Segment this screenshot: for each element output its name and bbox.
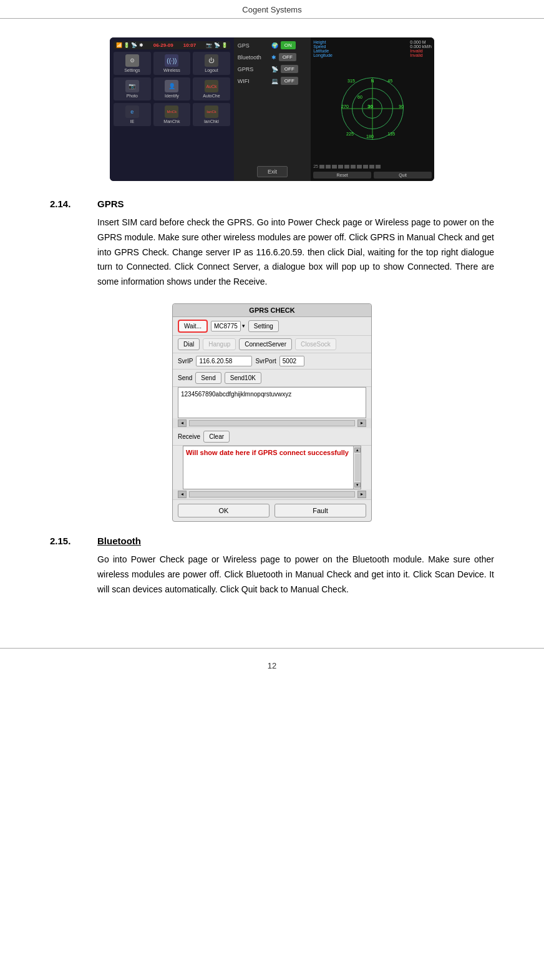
send-text-content: 1234567890abcdfghijklmnopqrstuvwxyz <box>181 391 291 398</box>
hscroll-left-btn[interactable]: ◂ <box>178 419 187 427</box>
bluetooth-off-badge: OFF <box>279 53 296 61</box>
wireless-label: Wireless <box>163 68 180 72</box>
hscroll-track <box>189 420 355 426</box>
gps-stats-left: Height Speed Latitude Longitude <box>313 40 333 57</box>
photo-icon: 📷 <box>125 80 139 92</box>
gprs-row-2: Dial Hangup ConnectServer CloseSock <box>173 336 371 353</box>
page-footer: 12 <box>0 648 544 677</box>
gprs-dialog: GPRS CHECK Wait... MC8775 ▾ Setting Dial… <box>172 303 372 522</box>
device-time: 10:07 <box>183 42 196 48</box>
radar-135-label: 135 <box>387 132 395 136</box>
longitude-value: Invalid <box>410 53 432 57</box>
device-menu-logout: ⏻ Logout <box>193 52 230 75</box>
gps-stats-right: 0.000 M 0.000 kM/h Invalid Invalid <box>410 40 432 57</box>
fault-btn[interactable]: Fault <box>274 504 366 517</box>
longitude-row: Longitude <box>313 53 333 57</box>
reset-btn[interactable]: Reset <box>313 172 371 179</box>
header-title: Cogent Systems <box>242 5 301 14</box>
height-label: Height <box>313 40 326 44</box>
autocheck-icon: AuCk <box>205 80 218 92</box>
section-215-num: 2.15. <box>50 536 87 546</box>
bluetooth-label: Bluetooth <box>238 54 269 61</box>
ie-label: IE <box>130 119 134 124</box>
gprs-receive-row: Receive Clear <box>173 428 371 446</box>
ok-btn[interactable]: OK <box>178 504 270 517</box>
device-menu-iancheck: IanCk IanChkI <box>193 103 230 126</box>
logout-icon: ⏻ <box>205 54 218 67</box>
dial-btn[interactable]: Dial <box>178 338 200 350</box>
gps-radar: N 45 315 90 270 135 225 180 30 60 <box>313 59 432 158</box>
wireless-panel: GPS 🌍 ON Bluetooth ✱ OFF GPRS 📡 OFF WIFI… <box>234 37 311 181</box>
scroll-down-arrow-icon[interactable]: ▾ <box>354 483 361 488</box>
gprs-row: GPRS 📡 OFF <box>238 65 307 73</box>
receive-hscroll-left-btn[interactable]: ◂ <box>178 491 187 498</box>
device-date: 06-29-09 <box>153 42 173 48</box>
wait-btn[interactable]: Wait... <box>178 320 208 333</box>
receive-area-container: Will show date here if GPRS connect succ… <box>178 446 366 489</box>
latitude-label: Latitude <box>313 49 329 53</box>
sat-bar-1 <box>319 165 324 169</box>
connect-server-btn[interactable]: ConnectServer <box>239 338 292 350</box>
section-215-title: Bluetooth <box>97 536 141 546</box>
quit-btn[interactable]: Quit <box>374 172 432 179</box>
gprs-screenshot-container: GPRS CHECK Wait... MC8775 ▾ Setting Dial… <box>50 303 494 522</box>
svr-port-input[interactable] <box>279 356 304 366</box>
wifi-icon: 💻 <box>271 78 278 84</box>
hscroll-right-btn[interactable]: ▸ <box>357 419 366 427</box>
gps-panel: Height Speed Latitude Longitude 0 <box>311 37 434 181</box>
device-menu-settings: ⚙ Settings <box>114 52 151 75</box>
svr-ip-input[interactable] <box>196 356 252 366</box>
radar-315-label: 315 <box>347 79 355 83</box>
section-215-heading: 2.15. Bluetooth <box>50 536 494 546</box>
radar-north-label: N <box>371 79 374 83</box>
send-hscrollbar: ◂ ▸ <box>173 418 371 428</box>
sat-bar-7 <box>357 165 362 169</box>
hangup-btn[interactable]: Hangup <box>203 338 236 350</box>
wifi-off-badge: OFF <box>281 77 298 85</box>
radar-270-label: 270 <box>341 104 349 109</box>
latitude-row: Latitude <box>313 49 333 53</box>
close-sock-btn[interactable]: CloseSock <box>295 338 336 350</box>
gprs-off-badge: OFF <box>281 65 298 73</box>
sat-bar-6 <box>351 165 356 169</box>
receive-text-content: Will show date here if GPRS connect succ… <box>186 449 349 456</box>
speed-row: Speed <box>313 44 333 49</box>
radar-225-label: 225 <box>346 132 354 136</box>
iancheck-icon: IanCk <box>205 105 218 118</box>
sat-bar-4 <box>338 165 343 169</box>
scroll-thumb <box>355 454 360 481</box>
bluetooth-row: Bluetooth ✱ OFF <box>238 53 307 61</box>
bar-start-label: 25 <box>313 164 318 169</box>
gps-bottom-buttons: Reset Quit <box>313 172 432 179</box>
identify-label: Identify <box>165 94 179 98</box>
radar-60-label: 60 <box>357 95 362 99</box>
device-screenshot: 📶 🔋 📡 ✱ 06-29-09 10:07 📷 📡 🔋 ⚙ Settings … <box>110 37 434 181</box>
receive-hscroll-right-btn[interactable]: ▸ <box>357 491 366 498</box>
clear-btn[interactable]: Clear <box>203 431 230 443</box>
receive-hscrollbar: ◂ ▸ <box>173 489 371 499</box>
setting-btn[interactable]: Setting <box>248 320 279 332</box>
device-menu-identify: 👤 Identify <box>153 77 191 100</box>
send10k-btn[interactable]: Send10K <box>225 372 261 384</box>
gps-on-badge: ON <box>281 41 296 49</box>
scroll-up-arrow-icon[interactable]: ▴ <box>354 448 361 453</box>
page-number: 12 <box>268 661 276 670</box>
mc8775-select[interactable]: MC8775 <box>211 321 241 331</box>
settings-icon: ⚙ <box>125 54 139 67</box>
gprs-label: GPRS <box>238 66 269 72</box>
gprs-bottom-row: OK Fault <box>173 499 371 521</box>
gprs-row-1: Wait... MC8775 ▾ Setting <box>173 317 371 336</box>
sat-bar-9 <box>369 165 374 169</box>
sat-bar-5 <box>344 165 349 169</box>
device-menu-photo: 📷 Photo <box>114 77 151 100</box>
logout-label: Logout <box>205 68 218 72</box>
radar-45-label: 45 <box>387 79 392 83</box>
device-status-bar: 📶 🔋 📡 ✱ 06-29-09 10:07 📷 📡 🔋 <box>114 41 230 49</box>
device-icons-right: 📷 📡 🔋 <box>206 42 227 48</box>
satellite-bars: 25 <box>313 160 432 170</box>
radar-display: N 45 315 90 270 135 225 180 30 60 <box>341 77 404 140</box>
gps-globe-icon: 🌍 <box>271 42 278 49</box>
latitude-value: Invalid <box>410 49 432 53</box>
send-btn[interactable]: Send <box>195 372 221 384</box>
height-value: 0.000 M <box>410 40 432 44</box>
